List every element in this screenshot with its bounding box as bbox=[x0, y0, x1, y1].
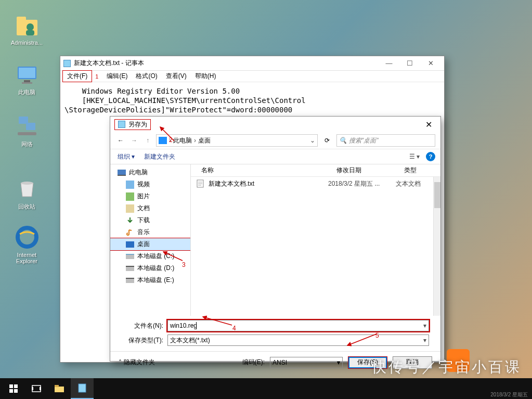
tree-drive-e[interactable]: 本地磁盘 (E:) bbox=[110, 274, 190, 286]
saveas-dialog: 另存为 ✕ 2 ← → ↑ › 此电脑 › 桌面 ⌄ ⟳ 🔍 搜索"桌面" 组织… bbox=[110, 116, 441, 362]
icon-label: 网络 bbox=[7, 140, 46, 148]
icon-label: 回收站 bbox=[7, 203, 46, 211]
desktop-icon-thispc[interactable]: 此电脑 bbox=[7, 61, 46, 96]
notepad-titlebar[interactable]: 新建文本文档.txt - 记事本 — ☐ ✕ bbox=[60, 56, 444, 71]
file-type: 文本文档 bbox=[396, 179, 421, 188]
view-button[interactable]: ☰ ▾ bbox=[408, 151, 421, 162]
menu-edit[interactable]: 编辑(E) bbox=[102, 71, 132, 82]
tree-video[interactable]: 视频 bbox=[110, 178, 190, 190]
maximize-button[interactable]: ☐ bbox=[399, 56, 420, 71]
file-list[interactable]: 名称 修改日期 类型 新建文本文档.txt 2018/3/2 星期五 ... 文… bbox=[191, 164, 440, 316]
saveas-nav: ← → ↑ › 此电脑 › 桌面 ⌄ ⟳ 🔍 搜索"桌面" bbox=[110, 132, 440, 149]
forward-button[interactable]: → bbox=[129, 135, 139, 146]
svg-rect-22 bbox=[14, 384, 18, 388]
organize-menu[interactable]: 组织 ▾ bbox=[115, 151, 137, 162]
network-icon bbox=[15, 113, 40, 138]
svg-rect-25 bbox=[32, 385, 41, 392]
user-folder-icon bbox=[15, 12, 40, 37]
svg-rect-21 bbox=[9, 384, 13, 388]
desktop-icon-network[interactable]: 网络 bbox=[7, 113, 46, 148]
search-icon: 🔍 bbox=[339, 137, 347, 144]
close-button[interactable]: ✕ bbox=[420, 56, 441, 71]
video-icon bbox=[126, 181, 134, 189]
desktop-icon-admin[interactable]: Administra... bbox=[7, 12, 46, 46]
list-item[interactable]: 新建文本文档.txt 2018/3/2 星期五 ... 文本文档 bbox=[191, 177, 440, 190]
desktop-icon-ie[interactable]: Internet Explorer bbox=[7, 225, 46, 264]
up-button[interactable]: ↑ bbox=[142, 135, 153, 146]
picture-icon bbox=[126, 192, 134, 201]
tree-documents[interactable]: 文档 bbox=[110, 202, 190, 214]
col-name[interactable]: 名称 bbox=[191, 166, 326, 175]
bc-leaf[interactable]: 桌面 bbox=[198, 136, 211, 145]
scrollbar[interactable] bbox=[433, 177, 440, 316]
filetype-label: 保存类型(T): bbox=[122, 336, 163, 345]
svg-rect-8 bbox=[19, 117, 28, 124]
back-button[interactable]: ← bbox=[115, 135, 126, 146]
textfile-icon bbox=[196, 179, 204, 188]
svg-rect-9 bbox=[26, 123, 35, 130]
svg-rect-3 bbox=[26, 30, 34, 35]
saveas-fields: 文件名(N): win10.reg 保存类型(T): 文本文档(*.txt) bbox=[110, 316, 440, 351]
icon-label: Internet Explorer bbox=[7, 252, 46, 264]
encoding-label: 编码(E): bbox=[242, 358, 265, 367]
menu-view[interactable]: 查看(V) bbox=[162, 71, 191, 82]
annotation-4: 4 bbox=[232, 325, 236, 332]
saveas-titlebar[interactable]: 另存为 ✕ bbox=[110, 117, 440, 132]
search-input[interactable]: 🔍 搜索"桌面" bbox=[336, 134, 435, 147]
svg-rect-6 bbox=[24, 80, 30, 82]
taskview-button[interactable] bbox=[25, 378, 48, 399]
saveas-icon bbox=[118, 121, 125, 128]
svg-rect-5 bbox=[19, 68, 35, 78]
hide-folders-toggle[interactable]: ˄隐藏文件夹 bbox=[119, 358, 155, 367]
menu-format[interactable]: 格式(O) bbox=[132, 71, 161, 82]
music-icon bbox=[126, 228, 134, 237]
list-headers: 名称 修改日期 类型 bbox=[191, 164, 440, 177]
svg-rect-29 bbox=[55, 385, 59, 387]
bc-root[interactable]: 此电脑 bbox=[173, 136, 192, 145]
folder-tree[interactable]: 此电脑 视频 图片 文档 下载 音乐 桌面 本地磁盘 (C:) 本地磁盘 (D:… bbox=[110, 164, 191, 316]
tree-pictures[interactable]: 图片 bbox=[110, 190, 190, 202]
close-button[interactable]: ✕ bbox=[421, 117, 436, 132]
notepad-task[interactable] bbox=[71, 378, 94, 399]
menu-file[interactable]: 文件(F) bbox=[62, 70, 92, 82]
file-date: 2018/3/2 星期五 ... bbox=[328, 179, 396, 188]
minimize-button[interactable]: — bbox=[379, 56, 399, 71]
annotation-5: 5 bbox=[375, 332, 379, 339]
col-type[interactable]: 类型 bbox=[394, 166, 427, 175]
newfolder-button[interactable]: 新建文件夹 bbox=[142, 151, 177, 162]
refresh-button[interactable]: ⟳ bbox=[321, 134, 333, 147]
notepad-content[interactable]: Windows Registry Editor Version 5.00 [HK… bbox=[60, 82, 444, 119]
desktop-icon-recycle[interactable]: 回收站 bbox=[7, 176, 46, 211]
tree-music[interactable]: 音乐 bbox=[110, 226, 190, 238]
menu-help[interactable]: 帮助(H) bbox=[191, 71, 220, 82]
monitor-icon bbox=[118, 170, 126, 176]
tree-drive-c[interactable]: 本地磁盘 (C:) bbox=[110, 250, 190, 262]
trash-icon bbox=[15, 176, 40, 201]
pc-icon bbox=[159, 137, 167, 144]
svg-rect-23 bbox=[9, 389, 13, 393]
explorer-button[interactable] bbox=[48, 378, 71, 399]
icon-label: 此电脑 bbox=[7, 88, 46, 96]
start-button[interactable] bbox=[2, 378, 25, 399]
filename-input[interactable]: win10.reg bbox=[167, 320, 429, 331]
help-button[interactable]: ? bbox=[426, 152, 435, 161]
notepad-title: 新建文本文档.txt - 记事本 bbox=[74, 59, 144, 68]
tree-downloads[interactable]: 下载 bbox=[110, 214, 190, 226]
encoding-select[interactable]: ANSI bbox=[270, 357, 343, 368]
annotation-2: 2 bbox=[169, 136, 173, 144]
tree-drive-d[interactable]: 本地磁盘 (D:) bbox=[110, 262, 190, 274]
chevron-up-icon: ˄ bbox=[119, 359, 122, 366]
breadcrumb[interactable]: › 此电脑 › 桌面 ⌄ bbox=[156, 134, 318, 147]
svg-point-11 bbox=[21, 182, 33, 185]
tree-thispc[interactable]: 此电脑 bbox=[110, 166, 190, 178]
taskbar: 2018/3/2 星期五 bbox=[0, 378, 532, 399]
col-date[interactable]: 修改日期 bbox=[326, 166, 394, 175]
tree-desktop[interactable]: 桌面 bbox=[110, 238, 190, 250]
search-placeholder: 搜索"桌面" bbox=[349, 136, 379, 145]
filetype-select[interactable]: 文本文档(*.txt) bbox=[167, 334, 429, 346]
notepad-icon bbox=[63, 60, 71, 67]
browser-icon bbox=[15, 225, 40, 250]
svg-point-12 bbox=[18, 228, 36, 247]
taskbar-clock[interactable]: 2018/3/2 星期五 bbox=[490, 392, 528, 398]
drive-icon bbox=[126, 266, 134, 271]
